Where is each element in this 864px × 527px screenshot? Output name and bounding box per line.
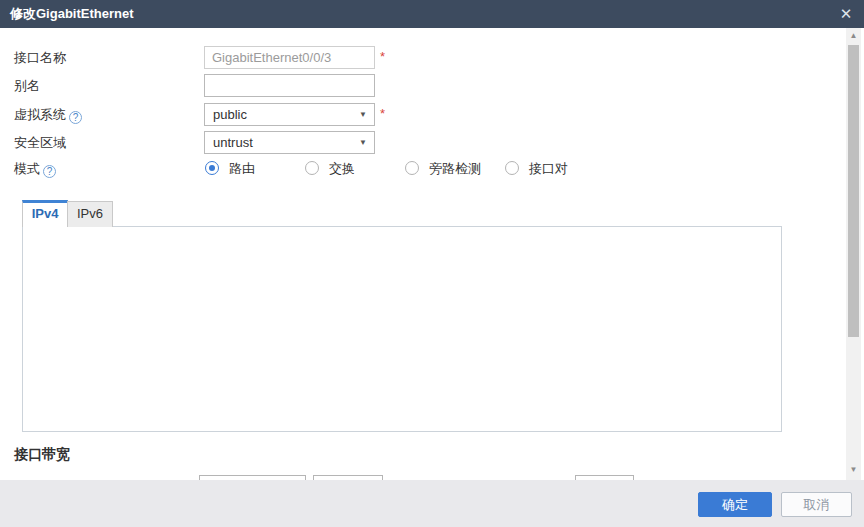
mode-radio-interface-pair-label: 接口对 — [529, 161, 568, 177]
virtual-system-value: public — [213, 104, 247, 125]
mode-radio-interface-pair[interactable] — [505, 161, 519, 175]
alias-field[interactable] — [204, 74, 375, 97]
help-icon[interactable]: ? — [69, 111, 82, 124]
scroll-down-icon[interactable]: ▼ — [846, 463, 861, 477]
ipv4-panel — [22, 226, 782, 432]
mode-radio-route[interactable] — [205, 161, 219, 175]
cancel-button[interactable]: 取消 — [781, 492, 852, 517]
interface-name-field[interactable] — [204, 46, 375, 69]
mode-radio-switch[interactable] — [305, 161, 319, 175]
tab-ipv6[interactable]: IPv6 — [67, 201, 113, 227]
bandwidth-section-title: 接口带宽 — [14, 446, 70, 464]
chevron-down-icon: ▼ — [359, 104, 367, 125]
mode-radio-route-label: 路由 — [229, 161, 255, 177]
interface-name-label: 接口名称 — [14, 46, 66, 69]
security-zone-value: untrust — [213, 132, 253, 153]
chevron-down-icon: ▼ — [359, 132, 367, 153]
tab-ipv4[interactable]: IPv4 — [22, 200, 68, 227]
virtual-system-select[interactable]: public ▼ — [204, 103, 375, 126]
mode-radio-bypass-label: 旁路检测 — [429, 161, 481, 177]
scrollbar-thumb[interactable] — [848, 45, 859, 337]
security-zone-label: 安全区域 — [14, 131, 66, 154]
scroll-up-icon[interactable]: ▲ — [846, 29, 861, 43]
vertical-scrollbar[interactable]: ▲ ▼ — [846, 28, 861, 480]
virtual-system-label: 虚拟系统? — [14, 103, 82, 126]
close-icon[interactable]: ✕ — [837, 0, 855, 28]
virtual-system-required-marker: * — [380, 106, 385, 121]
dialog-title: 修改GigabitEthernet — [10, 0, 134, 28]
mode-radio-switch-label: 交换 — [329, 161, 355, 177]
alias-label: 别名 — [14, 74, 40, 97]
mode-label: 模式? — [14, 157, 56, 180]
mode-radio-bypass[interactable] — [405, 161, 419, 175]
ok-button[interactable]: 确定 — [698, 492, 772, 517]
security-zone-select[interactable]: untrust ▼ — [204, 131, 375, 154]
dialog-titlebar: 修改GigabitEthernet ✕ — [0, 0, 864, 28]
interface-name-required-marker: * — [380, 49, 385, 64]
help-icon[interactable]: ? — [43, 165, 56, 178]
